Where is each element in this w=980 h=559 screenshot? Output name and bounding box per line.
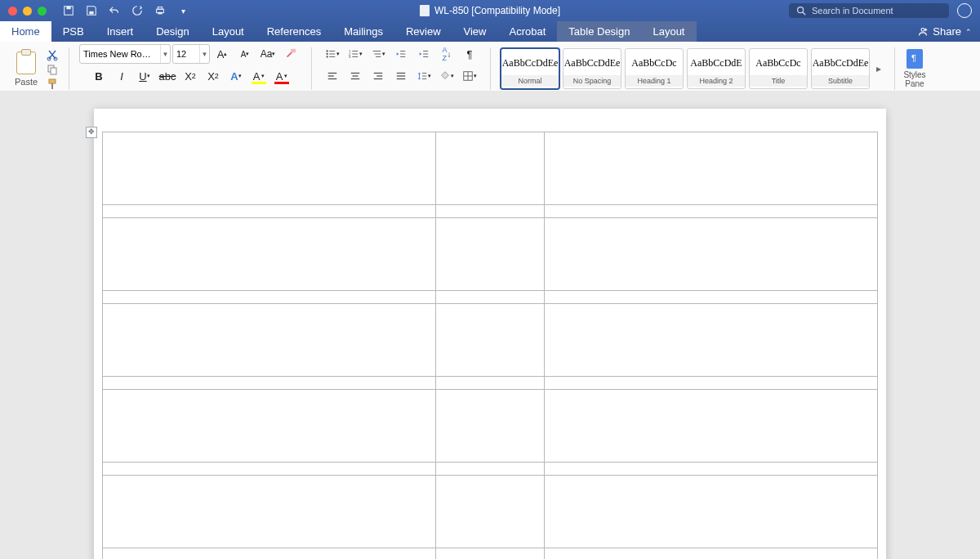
table-cell[interactable] (436, 304, 545, 377)
table-row[interactable] (103, 377, 878, 390)
close-window-button[interactable] (8, 7, 17, 16)
table-cell[interactable] (544, 390, 877, 463)
text-effects-button[interactable]: A▾ (225, 66, 247, 86)
decrease-indent-button[interactable] (390, 44, 412, 64)
styles-more-button[interactable]: ▸ (873, 63, 884, 74)
styles-pane-button[interactable]: Styles Pane (900, 44, 929, 93)
table-cell[interactable] (544, 205, 877, 218)
bold-button[interactable]: B (88, 66, 109, 86)
tab-acrobat[interactable]: Acrobat (497, 21, 557, 42)
format-painter-button[interactable] (46, 78, 59, 89)
table-cell[interactable] (436, 132, 545, 205)
tab-mailings[interactable]: Mailings (332, 21, 394, 42)
document-table[interactable] (102, 132, 878, 559)
tab-review[interactable]: Review (394, 21, 452, 42)
highlight-button[interactable]: A▾ (248, 66, 270, 86)
table-cell[interactable] (544, 548, 877, 560)
borders-button[interactable]: ▾ (459, 66, 480, 86)
table-row[interactable] (103, 205, 878, 218)
redo-icon[interactable] (131, 5, 143, 16)
table-row[interactable] (103, 476, 878, 548)
table-anchor-icon[interactable]: ✥ (86, 127, 97, 138)
tab-references[interactable]: References (256, 21, 332, 42)
table-cell[interactable] (436, 476, 545, 548)
increase-indent-button[interactable] (413, 44, 434, 64)
table-row[interactable] (103, 304, 878, 377)
tab-insert[interactable]: Insert (96, 21, 145, 42)
change-case-button[interactable]: Aa▾ (257, 44, 278, 64)
style-no-spacing[interactable]: AaBbCcDdEeNo Spacing (563, 48, 621, 89)
table-cell[interactable] (103, 377, 436, 390)
table-cell[interactable] (436, 218, 545, 291)
print-icon[interactable] (154, 5, 166, 16)
table-cell[interactable] (103, 304, 436, 377)
table-cell[interactable] (103, 291, 436, 304)
font-size-combo[interactable]: ▼ (172, 44, 210, 64)
customize-qat-icon[interactable]: ▾ (177, 5, 189, 16)
chevron-down-icon[interactable]: ▼ (160, 45, 170, 63)
table-cell[interactable] (103, 132, 436, 205)
page[interactable]: ✥ (94, 109, 886, 559)
document-area[interactable]: ✥ (0, 91, 980, 559)
table-cell[interactable] (436, 548, 545, 560)
table-row[interactable] (103, 218, 878, 291)
strikethrough-button[interactable]: abc (157, 66, 178, 86)
tab-home[interactable]: Home (0, 21, 51, 42)
align-left-button[interactable] (322, 66, 343, 86)
share-button[interactable]: Share ⌃ (909, 21, 980, 42)
superscript-button[interactable]: X2 (203, 66, 224, 86)
table-cell[interactable] (103, 476, 436, 548)
font-size-input[interactable] (173, 46, 199, 62)
zoom-window-button[interactable] (38, 7, 47, 16)
save-icon[interactable] (86, 5, 97, 16)
shading-button[interactable]: ▾ (436, 66, 457, 86)
cut-button[interactable] (46, 48, 59, 60)
paste-button[interactable]: Paste (10, 51, 42, 87)
table-cell[interactable] (103, 218, 436, 291)
search-field[interactable]: Search in Document (789, 3, 949, 18)
minimize-window-button[interactable] (23, 7, 32, 16)
multilevel-list-button[interactable]: ▾ (368, 44, 389, 64)
style-subtitle[interactable]: AaBbCcDdEeSubtitle (811, 48, 870, 89)
align-center-button[interactable] (345, 66, 366, 86)
table-cell[interactable] (103, 205, 436, 218)
align-right-button[interactable] (368, 66, 389, 86)
style-normal[interactable]: AaBbCcDdEeNormal (501, 48, 559, 89)
bullets-button[interactable]: ▾ (322, 44, 343, 64)
style-heading-2[interactable]: AaBbCcDdEHeading 2 (687, 48, 746, 89)
table-cell[interactable] (544, 476, 877, 548)
font-color-button[interactable]: A▾ (271, 66, 292, 86)
italic-button[interactable]: I (111, 66, 132, 86)
font-name-input[interactable] (80, 46, 160, 62)
tab-layout[interactable]: Layout (641, 21, 696, 42)
table-cell[interactable] (544, 218, 877, 291)
table-row[interactable] (103, 390, 878, 463)
table-row[interactable] (103, 548, 878, 560)
font-name-combo[interactable]: ▼ (79, 44, 171, 64)
copy-button[interactable] (46, 63, 59, 74)
table-cell[interactable] (436, 205, 545, 218)
undo-icon[interactable] (109, 5, 120, 16)
table-cell[interactable] (103, 463, 436, 476)
table-cell[interactable] (103, 548, 436, 560)
table-cell[interactable] (436, 463, 545, 476)
table-cell[interactable] (544, 291, 877, 304)
show-marks-button[interactable]: ¶ (459, 44, 480, 64)
tab-table-design[interactable]: Table Design (557, 21, 641, 42)
subscript-button[interactable]: X2 (180, 66, 201, 86)
table-cell[interactable] (436, 291, 545, 304)
tab-psb[interactable]: PSB (51, 21, 96, 42)
table-cell[interactable] (103, 390, 436, 463)
table-cell[interactable] (544, 377, 877, 390)
feedback-icon[interactable] (957, 3, 972, 18)
line-spacing-button[interactable]: ▾ (413, 66, 434, 86)
table-cell[interactable] (436, 377, 545, 390)
clear-formatting-button[interactable] (280, 44, 301, 64)
table-cell[interactable] (544, 304, 877, 377)
tab-layout[interactable]: Layout (201, 21, 256, 42)
table-cell[interactable] (544, 463, 877, 476)
autosave-icon[interactable] (63, 5, 74, 16)
table-cell[interactable] (544, 132, 877, 205)
justify-button[interactable] (390, 66, 412, 86)
table-row[interactable] (103, 132, 878, 205)
